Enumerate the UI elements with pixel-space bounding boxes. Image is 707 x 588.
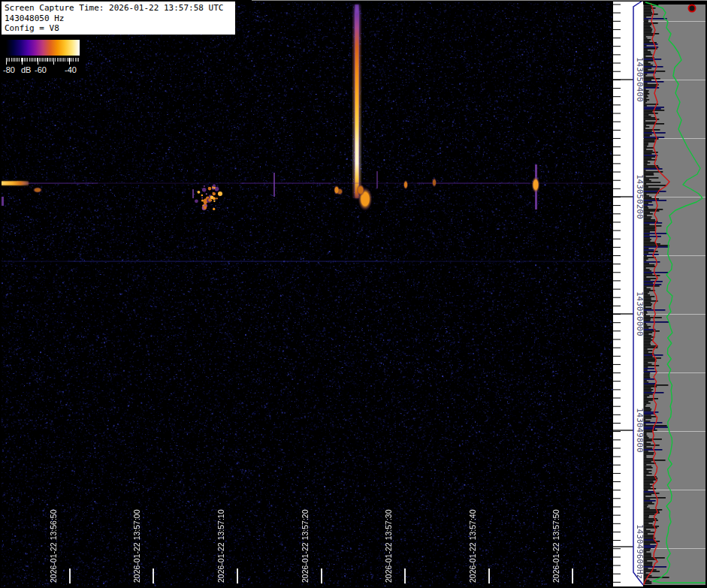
capture-info-box: Screen Capture Time: 2026-01-22 13:57:58… xyxy=(2,2,235,35)
colorbar-label-max: -40 xyxy=(65,65,77,74)
time-axis-label: 2026-01-22 13:57:20 xyxy=(301,510,310,583)
frequency-scale: 1430504001430502001430500001430498001430… xyxy=(613,0,643,588)
time-axis-label: 2026-01-22 13:57:40 xyxy=(468,510,478,583)
time-axis-label: 2026-01-22 13:57:10 xyxy=(216,510,226,583)
time-axis-tick xyxy=(404,568,406,583)
time-axis-label: 2026-01-22 13:57:50 xyxy=(551,510,561,583)
colorbar-label-mid: -60 xyxy=(35,65,47,74)
time-axis-tick xyxy=(69,568,71,583)
time-axis-tick xyxy=(153,568,154,583)
time-axis-label: 2026-01-22 13:57:00 xyxy=(132,510,142,583)
capture-frequency-text: 143048050 Hz xyxy=(5,14,232,24)
colorbar: -80 dB -60 -40 xyxy=(2,35,86,78)
colorbar-label-min: -80 xyxy=(3,65,15,74)
top-edge-highlight xyxy=(252,0,707,1)
time-axis-tick xyxy=(488,568,490,583)
screen-capture-root: Screen Capture Time: 2026-01-22 13:57:58… xyxy=(0,0,707,588)
time-axis-tick xyxy=(237,568,238,583)
colorbar-unit-label: dB xyxy=(21,65,31,74)
spectrum-panel xyxy=(643,0,707,588)
capture-time-text: Screen Capture Time: 2026-01-22 13:57:58… xyxy=(5,3,232,14)
time-axis-label: 2026-01-22 13:57:30 xyxy=(384,510,394,583)
time-axis-label: 2026-01-22 13:56:50 xyxy=(49,510,59,583)
time-axis-tick xyxy=(321,568,322,583)
spectrogram-waterfall xyxy=(0,0,613,588)
colorbar-major-ticks xyxy=(6,58,80,65)
capture-config-text: Config = V8 xyxy=(5,23,232,34)
time-axis-tick xyxy=(572,568,573,583)
border-left xyxy=(0,0,2,588)
colorbar-gradient xyxy=(6,40,80,56)
